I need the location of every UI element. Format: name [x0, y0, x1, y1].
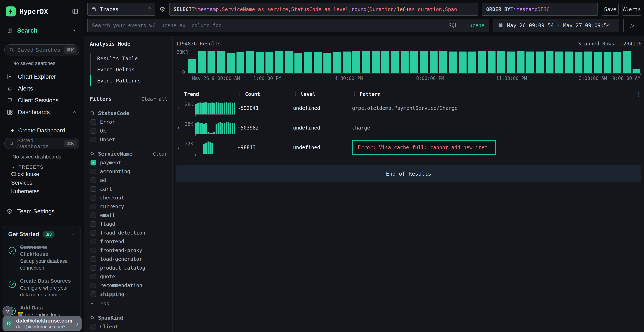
- checkbox[interactable]: [90, 212, 96, 218]
- pattern-row[interactable]: ›28K~503982undefinedcharge: [176, 118, 642, 138]
- checkbox[interactable]: [90, 128, 96, 134]
- filter-option-frontend[interactable]: frontend: [90, 238, 168, 244]
- filter-option-frontend-proxy[interactable]: frontend-proxy: [90, 248, 168, 253]
- column-resize-handle[interactable]: ⋮: [293, 92, 297, 97]
- filter-option-recommendation[interactable]: recommendation: [90, 282, 168, 288]
- filter-option-ad[interactable]: ad: [90, 177, 168, 183]
- source-settings-gear-icon[interactable]: ⚙: [159, 5, 165, 13]
- checkbox[interactable]: [90, 265, 96, 271]
- filter-option-currency[interactable]: currency: [90, 204, 168, 210]
- source-select[interactable]: Traces: [87, 3, 155, 16]
- checkbox[interactable]: [90, 137, 96, 142]
- get-started-header[interactable]: Get Started 3/3: [8, 231, 76, 238]
- column-header-level[interactable]: ⋮level: [293, 91, 352, 97]
- results-histogram: 28K 0 May 26 9:00:00 AM1:00:00 PM4:30:00…: [176, 50, 642, 81]
- user-menu[interactable]: D dale@clickhouse.com dale@clickhouse.co…: [2, 316, 82, 331]
- column-header-pattern[interactable]: ⋮Pattern: [352, 91, 632, 97]
- get-started-item-connect-to-clickhouse[interactable]: Connect to ClickHouseSet up your databas…: [8, 244, 76, 271]
- filter-option-fraud-detection[interactable]: fraud-detection: [90, 230, 168, 236]
- histogram-bar: [632, 69, 640, 73]
- filter-option-load-generator[interactable]: load-generator: [90, 256, 168, 262]
- alerts-button[interactable]: Alerts: [622, 3, 641, 16]
- sidebar-item-label: Dashboards: [18, 109, 50, 116]
- order-by-input[interactable]: ORDER BY Timestamp DESC: [482, 3, 598, 16]
- sidebar-item-search[interactable]: Search: [0, 25, 84, 36]
- checkbox[interactable]: [90, 169, 96, 174]
- filter-option-checkout[interactable]: checkout: [90, 195, 168, 201]
- run-query-button[interactable]: ▷: [623, 18, 641, 32]
- date-range-picker[interactable]: May 26 09:09:54 - May 27 09:09:54: [493, 18, 619, 32]
- histogram-bar: [584, 52, 592, 73]
- event-search-input[interactable]: Search your events w/ Lucene ex. column:…: [87, 18, 489, 32]
- show-less-toggle[interactable]: Less: [90, 301, 168, 306]
- sidebar-item-client-sessions[interactable]: Client Sessions: [0, 94, 84, 106]
- save-button[interactable]: Save: [602, 3, 618, 16]
- filter-option-quote[interactable]: quote: [90, 274, 168, 280]
- checkbox[interactable]: [90, 221, 96, 227]
- checkbox[interactable]: [90, 239, 96, 244]
- checkbox[interactable]: [90, 178, 96, 183]
- help-button[interactable]: ?: [2, 306, 13, 316]
- preset-services[interactable]: Services: [0, 178, 84, 187]
- row-expand-chevron-icon[interactable]: ›: [176, 144, 184, 151]
- filter-group-header: ServiceNameClear: [90, 151, 168, 157]
- sidebar-item-chart-explorer[interactable]: Chart Explorer: [0, 71, 84, 83]
- select-clause-input[interactable]: SELECT Timestamp, ServiceName as service…: [169, 3, 478, 16]
- checkbox[interactable]: [90, 119, 96, 125]
- checkbox[interactable]: [90, 292, 96, 297]
- saved-dashboards-input[interactable]: Saved Dashboards ⌘K: [4, 138, 80, 149]
- presets-toggle[interactable]: PRESETS: [11, 164, 84, 170]
- filter-option-cart[interactable]: cart: [90, 186, 168, 192]
- checkbox-checked[interactable]: ✓: [90, 160, 96, 166]
- analysis-mode-event-patterns[interactable]: Event Patterns: [90, 75, 168, 86]
- pattern-row[interactable]: ›22K~98813undefinedError: Visa cache ful…: [176, 138, 642, 157]
- checkbox[interactable]: [90, 186, 96, 192]
- filter-option-error[interactable]: Error: [90, 119, 168, 125]
- pattern-cell: charge: [352, 125, 632, 131]
- row-expand-chevron-icon[interactable]: ›: [176, 104, 184, 112]
- filter-option-ok[interactable]: Ok: [90, 128, 168, 134]
- row-expand-chevron-icon[interactable]: ›: [176, 124, 184, 131]
- checkbox[interactable]: [90, 274, 96, 280]
- sidebar-item-alerts[interactable]: Alerts: [0, 83, 84, 94]
- pattern-row[interactable]: ›28K~592041undefinedgrpc.oteldemo.Paymen…: [176, 98, 642, 118]
- filter-option-flagd[interactable]: flagd: [90, 221, 168, 227]
- filter-option-accounting[interactable]: accounting: [90, 168, 168, 174]
- checkbox[interactable]: [90, 204, 96, 209]
- sparkline-bar: [222, 123, 223, 134]
- table-menu-icon[interactable]: ⋮: [632, 91, 642, 97]
- checkbox[interactable]: [90, 324, 96, 330]
- preset-clickhouse[interactable]: ClickHouse: [0, 170, 84, 178]
- lucene-language-toggle[interactable]: Lucene: [466, 22, 484, 28]
- column-resize-handle[interactable]: ⋮: [352, 92, 356, 97]
- sparkline-bar: [216, 124, 217, 134]
- filter-option-shipping[interactable]: shipping: [90, 291, 168, 297]
- column-header-count[interactable]: ⋮Count: [238, 91, 293, 97]
- checkbox[interactable]: [90, 283, 96, 288]
- sidebar-collapse-icon[interactable]: [72, 8, 79, 15]
- checkbox[interactable]: [90, 256, 96, 262]
- sparkline-bar: [230, 102, 231, 114]
- clear-all-filters-button[interactable]: Clear all: [141, 96, 168, 102]
- filter-option-client[interactable]: Client: [90, 324, 168, 330]
- create-dashboard-button[interactable]: + Create Dashboard: [0, 127, 84, 134]
- task-title: Connect to ClickHouse: [20, 244, 76, 258]
- clear-filter-button[interactable]: Clear: [153, 151, 168, 157]
- saved-searches-input[interactable]: Saved Searches ⌘K: [4, 44, 80, 56]
- checkbox[interactable]: [90, 248, 96, 253]
- filter-option-product-catalog[interactable]: product-catalog: [90, 265, 168, 271]
- sidebar-item-team-settings[interactable]: ⚙ Team Settings: [0, 208, 84, 215]
- filter-option-payment[interactable]: ✓payment: [90, 160, 168, 166]
- checkbox[interactable]: [90, 195, 96, 200]
- get-started-item-create-data-sources[interactable]: Create Data SourcesConfigure where your …: [8, 278, 76, 298]
- column-resize-handle[interactable]: ⋮: [238, 92, 242, 97]
- filter-option-unset[interactable]: Unset: [90, 137, 168, 142]
- analysis-mode-results-table[interactable]: Results Table: [90, 53, 168, 64]
- sql-language-toggle[interactable]: SQL: [448, 22, 458, 28]
- column-header-trend[interactable]: Trend: [184, 91, 238, 97]
- preset-kubernetes[interactable]: Kubernetes: [0, 187, 84, 196]
- analysis-mode-event-deltas[interactable]: Event Deltas: [90, 64, 168, 75]
- sidebar-item-dashboards[interactable]: Dashboards: [0, 106, 84, 118]
- checkbox[interactable]: [90, 230, 96, 236]
- filter-option-email[interactable]: email: [90, 212, 168, 218]
